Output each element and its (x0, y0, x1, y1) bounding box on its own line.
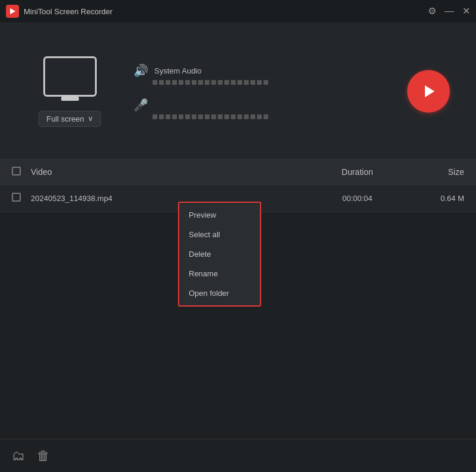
header-video: Video (31, 167, 310, 177)
audio-bar (244, 114, 249, 119)
mic-audio-bars (134, 114, 387, 119)
audio-bar (198, 114, 203, 119)
record-button[interactable] (407, 70, 450, 113)
system-audio-row: 🔊 System Audio (134, 63, 387, 85)
audio-bar (185, 114, 190, 119)
settings-icon[interactable]: ⚙ (428, 7, 436, 16)
svg-marker-0 (10, 8, 15, 14)
system-audio-label-row: 🔊 System Audio (134, 63, 387, 78)
audio-bar (237, 114, 242, 119)
audio-bar (166, 80, 170, 85)
audio-bar (224, 80, 229, 85)
context-menu: Preview Select all Delete Rename Open fo… (178, 202, 261, 307)
audio-bar (153, 114, 157, 119)
audio-bar (153, 80, 157, 85)
mic-audio-row: 🎤 (134, 98, 387, 119)
context-menu-open-folder[interactable]: Open folder (179, 283, 260, 303)
row-size: 0.64 M (405, 194, 464, 203)
audio-bar (211, 114, 216, 119)
audio-bar (198, 80, 203, 85)
audio-bar (172, 80, 177, 85)
audio-bar (205, 114, 210, 119)
app-title: MiniTool Screen Recorder (24, 7, 428, 16)
screen-frame-icon (43, 56, 97, 97)
audio-bar (264, 114, 268, 119)
row-filename: 20240523_114938.mp4 (31, 194, 310, 203)
title-bar: MiniTool Screen Recorder ⚙ — ✕ (0, 0, 476, 23)
fullscreen-label: Full screen (46, 114, 84, 123)
context-menu-select-all[interactable]: Select all (179, 225, 260, 244)
svg-marker-1 (425, 85, 434, 97)
close-button[interactable]: ✕ (462, 7, 470, 16)
chevron-down-icon: ∨ (88, 114, 93, 123)
minimize-button[interactable]: — (445, 7, 454, 16)
audio-bar (264, 80, 268, 85)
audio-bar (250, 80, 255, 85)
screen-selection-area: Full screen ∨ (18, 56, 122, 127)
audio-bar (231, 80, 236, 85)
audio-bar (192, 114, 196, 119)
table-header: Video Duration Size (0, 160, 476, 184)
select-all-checkbox[interactable] (12, 167, 21, 176)
delete-button[interactable]: 🗑 (37, 448, 50, 464)
audio-bar (159, 114, 164, 119)
header-size: Size (405, 167, 464, 177)
system-audio-label: System Audio (154, 66, 202, 75)
audio-bar (218, 114, 223, 119)
record-button-area (399, 70, 458, 113)
context-menu-rename[interactable]: Rename (179, 264, 260, 283)
speaker-icon: 🔊 (134, 63, 148, 78)
system-audio-bars (134, 80, 387, 85)
header-duration: Duration (310, 167, 405, 177)
window-controls: ⚙ — ✕ (428, 7, 470, 16)
audio-bar (244, 80, 249, 85)
audio-bar (172, 114, 177, 119)
audio-area: 🔊 System Audio 🎤 (122, 58, 399, 125)
audio-bar (257, 114, 262, 119)
audio-bar (166, 114, 170, 119)
audio-bar (205, 80, 210, 85)
table-body: 20240523_114938.mp4 00:00:04 0.64 M Prev… (0, 185, 476, 212)
audio-bar (179, 80, 183, 85)
context-menu-delete[interactable]: Delete (179, 244, 260, 264)
mic-icon: 🎤 (134, 98, 148, 112)
context-menu-preview[interactable]: Preview (179, 205, 260, 225)
app-logo (6, 5, 19, 18)
audio-bar (231, 114, 236, 119)
audio-bar (237, 80, 242, 85)
audio-bar (218, 80, 223, 85)
main-recording-area: Full screen ∨ 🔊 System Audio 🎤 (0, 23, 476, 159)
header-checkbox-col (12, 167, 31, 178)
row-checkbox-col (12, 193, 31, 204)
mic-label-row: 🎤 (134, 98, 387, 112)
bottom-bar: 🗂 🗑 (0, 439, 476, 472)
audio-bar (250, 114, 255, 119)
fullscreen-dropdown[interactable]: Full screen ∨ (39, 111, 101, 127)
row-checkbox[interactable] (12, 193, 21, 202)
audio-bar (179, 114, 183, 119)
audio-bar (224, 114, 229, 119)
audio-bar (257, 80, 262, 85)
audio-bar (159, 80, 164, 85)
open-folder-button[interactable]: 🗂 (12, 448, 25, 464)
row-duration: 00:00:04 (310, 194, 405, 203)
audio-bar (185, 80, 190, 85)
audio-bar (192, 80, 196, 85)
audio-bar (211, 80, 216, 85)
